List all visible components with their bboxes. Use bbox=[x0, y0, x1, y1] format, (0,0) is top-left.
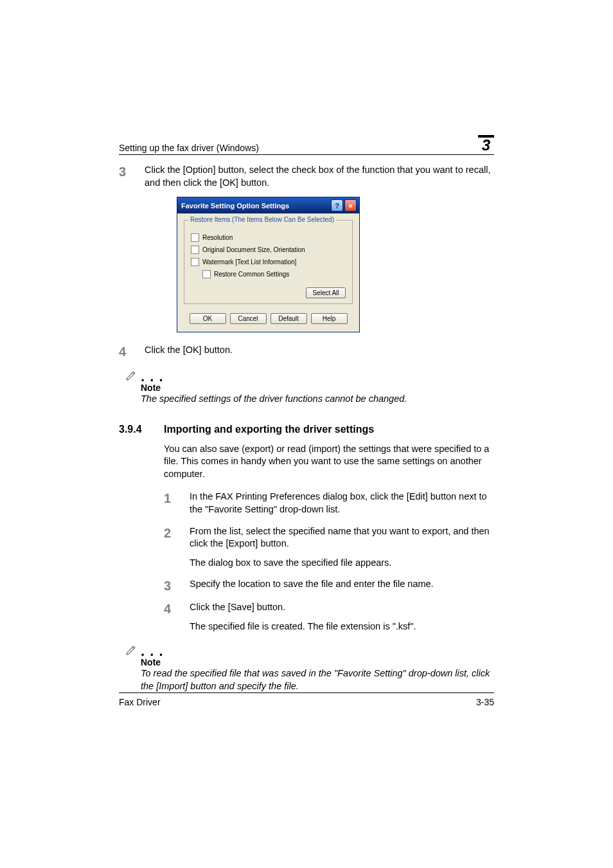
footer-right: 3-35 bbox=[476, 697, 494, 707]
step-text: From the list, select the specified name… bbox=[190, 525, 494, 570]
checkbox-label: Restore Common Settings bbox=[214, 271, 289, 278]
dialog-titlebar: Favorite Setting Option Settings ? × bbox=[177, 197, 359, 213]
step-number: 4 bbox=[119, 344, 145, 358]
checkbox-label: Watermark [Text List Information] bbox=[202, 258, 296, 266]
checkbox-label: Original Document Size, Orientation bbox=[202, 246, 305, 253]
section-title: Importing and exporting the driver setti… bbox=[164, 424, 374, 435]
step-text: In the FAX Printing Preferences dialog b… bbox=[190, 491, 494, 516]
section-intro: You can also save (export) or read (impo… bbox=[164, 443, 494, 481]
dialog-title: Favorite Setting Option Settings bbox=[181, 202, 289, 210]
pencil-icon bbox=[125, 370, 137, 381]
note-label: Note bbox=[141, 383, 494, 393]
substep-1: 1 In the FAX Printing Preferences dialog… bbox=[119, 491, 494, 516]
page-footer: Fax Driver 3-35 bbox=[119, 692, 494, 707]
default-button[interactable]: Default bbox=[271, 313, 307, 324]
group-legend: Restore Items (The Items Below Can Be Se… bbox=[188, 216, 336, 223]
step-number: 3 bbox=[119, 164, 145, 178]
step-number: 3 bbox=[164, 578, 190, 592]
step-main-text: From the list, select the specified name… bbox=[190, 526, 490, 549]
substep-4: 4 Click the [Save] button. The specified… bbox=[119, 601, 494, 633]
close-icon[interactable]: × bbox=[344, 199, 357, 212]
step-number: 2 bbox=[164, 525, 190, 539]
substep-3: 3 Specify the location to save the file … bbox=[119, 578, 494, 592]
checkbox-icon[interactable] bbox=[191, 258, 199, 266]
checkbox-watermark[interactable]: Watermark [Text List Information] bbox=[191, 258, 346, 266]
note-text: The specified settings of the driver fun… bbox=[141, 393, 494, 406]
step-number: 4 bbox=[164, 601, 190, 615]
favorite-setting-dialog: Favorite Setting Option Settings ? × Res… bbox=[177, 197, 360, 332]
section-number: 3.9.4 bbox=[119, 424, 164, 435]
note-block-2: . . . Note To read the specified file th… bbox=[125, 644, 494, 692]
step-number: 1 bbox=[164, 491, 190, 505]
note-label: Note bbox=[141, 657, 494, 667]
ok-button[interactable]: OK bbox=[190, 313, 226, 324]
step-main-text: Click the [Save] button. bbox=[190, 602, 285, 612]
ellipsis-icon: . . . bbox=[141, 648, 164, 655]
pencil-icon bbox=[125, 644, 137, 656]
step-text: Click the [Save] button. The specified f… bbox=[190, 601, 494, 633]
step-aux-text: The dialog box to save the specified fil… bbox=[190, 557, 494, 570]
restore-items-group: Restore Items (The Items Below Can Be Se… bbox=[184, 220, 353, 304]
note-block: . . . Note The specified settings of the… bbox=[125, 370, 494, 406]
step-aux-text: The specified file is created. The file … bbox=[190, 620, 494, 633]
checkbox-icon[interactable] bbox=[202, 270, 211, 278]
cancel-button[interactable]: Cancel bbox=[230, 313, 267, 324]
ellipsis-icon: . . . bbox=[141, 374, 164, 380]
checkbox-icon[interactable] bbox=[191, 233, 199, 242]
footer-left: Fax Driver bbox=[119, 697, 161, 707]
dialog-screenshot: Favorite Setting Option Settings ? × Res… bbox=[177, 197, 494, 332]
chapter-number: 3 bbox=[478, 135, 494, 153]
running-header: Setting up the fax driver (Windows) 3 bbox=[119, 135, 494, 155]
step-text: Click the [Option] button, select the ch… bbox=[145, 164, 494, 189]
section-heading: 3.9.4 Importing and exporting the driver… bbox=[119, 424, 494, 435]
checkbox-label: Resolution bbox=[202, 234, 233, 241]
help-icon[interactable]: ? bbox=[331, 199, 343, 212]
checkbox-icon[interactable] bbox=[191, 246, 199, 254]
step-3: 3 Click the [Option] button, select the … bbox=[119, 164, 494, 189]
checkbox-restore-common[interactable]: Restore Common Settings bbox=[202, 270, 346, 278]
select-all-button[interactable]: Select All bbox=[306, 287, 346, 298]
step-text: Click the [OK] button. bbox=[145, 344, 233, 357]
checkbox-original-size[interactable]: Original Document Size, Orientation bbox=[191, 246, 346, 254]
note-text: To read the specified file that was save… bbox=[141, 667, 494, 692]
dialog-button-row: OK Cancel Default Help bbox=[184, 313, 353, 324]
checkbox-resolution[interactable]: Resolution bbox=[191, 233, 346, 242]
step-text: Specify the location to save the file an… bbox=[190, 578, 434, 591]
help-button[interactable]: Help bbox=[311, 313, 348, 324]
header-title: Setting up the fax driver (Windows) bbox=[119, 143, 259, 153]
substep-2: 2 From the list, select the specified na… bbox=[119, 525, 494, 570]
step-4: 4 Click the [OK] button. bbox=[119, 344, 494, 358]
